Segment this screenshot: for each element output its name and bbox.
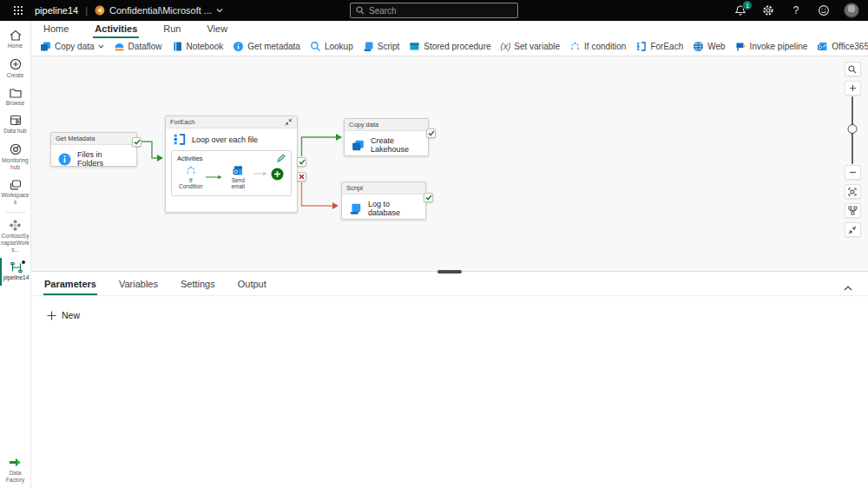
sidebar-item-workspaces[interactable]: Workspaces (0, 175, 31, 210)
tab-activities[interactable]: Activities (93, 22, 139, 38)
monitoring-hub-icon (9, 142, 23, 156)
user-avatar[interactable] (844, 3, 859, 18)
tab-parameters[interactable]: Parameters (43, 277, 97, 295)
auto-align-button[interactable] (845, 203, 861, 218)
foreach-activities-panel[interactable]: Activities If Condition Send email (171, 150, 292, 196)
toolbar-web[interactable]: Web (691, 40, 727, 53)
sidebar-item-home[interactable]: Home (0, 25, 31, 54)
outlook-icon (232, 165, 244, 176)
sidebar-item-pipeline14[interactable]: pipeline14 (0, 258, 31, 286)
sidebar-item-data-hub[interactable]: Data hub (0, 110, 31, 139)
tab-output[interactable]: Output (237, 277, 267, 295)
node-title: Loop over each file (192, 135, 258, 144)
inner-activity-if-condition[interactable]: If Condition (179, 165, 202, 190)
toolbar-set-variable[interactable]: (x) Set variable (499, 41, 562, 52)
node-type-label: Get Metadata (56, 135, 95, 142)
get-metadata-success-port[interactable] (132, 137, 141, 147)
plus-icon (47, 311, 56, 320)
panel-resize-handle[interactable] (437, 270, 462, 274)
workspace-avatar-icon (9, 219, 22, 232)
sidebar-divider (6, 212, 25, 213)
foreach-icon (173, 133, 186, 146)
sidebar-item-browse[interactable]: Browse (0, 83, 31, 111)
toolbar-lookup[interactable]: Lookup (308, 40, 355, 53)
copy-data-success-port[interactable] (426, 129, 436, 138)
sidebar-item-create[interactable]: Create (0, 54, 31, 83)
settings-gear-icon[interactable] (760, 3, 776, 18)
add-activity-button[interactable] (271, 168, 284, 181)
notebook-icon (172, 41, 183, 52)
inner-activity-send-email[interactable]: Send email (227, 165, 250, 190)
data-hub-icon (9, 114, 23, 127)
folder-icon (9, 87, 23, 99)
web-globe-icon (693, 41, 704, 52)
lookup-icon (310, 41, 321, 52)
get-metadata-icon (58, 153, 71, 166)
zoom-slider[interactable] (845, 96, 861, 164)
toolbar-script[interactable]: Script (361, 40, 402, 53)
toolbar-if-condition[interactable]: If condition (568, 40, 628, 53)
set-variable-icon: (x) (501, 42, 511, 51)
toolbar-notebook[interactable]: Notebook (170, 40, 226, 53)
node-type-label: ForEach (170, 118, 194, 126)
foreach-fail-port[interactable] (297, 172, 306, 181)
toolbar-office365-outlook[interactable]: Office365 Outlook (815, 40, 868, 53)
if-condition-icon (569, 41, 581, 52)
new-parameter-button[interactable]: New (47, 310, 80, 320)
toolbar-stored-procedure[interactable]: Stored procedure (407, 40, 492, 53)
node-title: Create Lakehouse (371, 136, 421, 154)
script-icon (349, 202, 362, 215)
node-script[interactable]: Script Log to database (341, 181, 426, 220)
node-copy-data[interactable]: Copy data Create Lakehouse (344, 118, 429, 156)
zoom-out-button[interactable] (845, 165, 861, 180)
chevron-up-icon[interactable] (840, 284, 856, 295)
search-input[interactable] (369, 6, 512, 16)
collapse-icon[interactable] (285, 118, 293, 126)
zoom-slider-knob[interactable] (848, 124, 858, 134)
tab-home[interactable]: Home (42, 22, 70, 38)
outlook-icon (817, 41, 828, 52)
title-divider: | (85, 5, 88, 16)
feedback-smiley-icon[interactable] (816, 3, 832, 18)
toolbar-copy-data[interactable]: Copy data (38, 40, 106, 53)
global-search[interactable] (350, 3, 518, 18)
help-icon[interactable] (788, 3, 804, 18)
toolbar-foreach[interactable]: ForEach (634, 40, 685, 53)
fit-to-screen-button[interactable] (845, 184, 861, 199)
foreach-icon (635, 41, 647, 52)
get-metadata-icon (233, 41, 244, 52)
node-get-metadata[interactable]: Get Metadata Files in Folders (50, 132, 137, 167)
notifications-bell-icon[interactable]: 1 (733, 3, 748, 18)
tab-settings[interactable]: Settings (180, 277, 216, 295)
node-title: Files in Folders (77, 150, 129, 168)
foreach-success-port[interactable] (297, 157, 306, 167)
sensitivity-label[interactable]: Confidential\Microsoft ... (95, 5, 223, 16)
sidebar-item-workspace-contoso[interactable]: ContosoSynapseWorks... (0, 215, 31, 257)
node-foreach[interactable]: ForEach Loop over each file Activities (165, 115, 298, 213)
toolbar-dataflow[interactable]: Dataflow (112, 40, 164, 53)
tab-view[interactable]: View (205, 22, 229, 38)
workspaces-icon (9, 179, 23, 191)
toolbar-invoke-pipeline[interactable]: Invoke pipeline (733, 40, 810, 53)
connector-lines (31, 56, 868, 271)
configuration-panel: Parameters Variables Settings Output New (31, 271, 868, 488)
toolbar-get-metadata[interactable]: Get metadata (231, 40, 302, 53)
collapse-panel-button[interactable] (845, 222, 861, 237)
tab-variables[interactable]: Variables (118, 277, 159, 295)
script-success-port[interactable] (424, 193, 433, 202)
sidebar-item-data-factory[interactable]: Data Factory (0, 452, 31, 488)
pipeline-canvas[interactable]: Get Metadata Files in Folders ForEach Lo… (31, 56, 868, 271)
app-launcher-icon[interactable] (9, 1, 28, 20)
notification-count-badge: 1 (742, 0, 753, 10)
edit-pencil-icon[interactable] (277, 154, 286, 162)
left-nav: Home Create Browse Data hub Monitoring h… (0, 21, 31, 488)
copy-data-icon (40, 41, 51, 52)
ribbon: Home Activities Run View Copy data Dataf… (31, 21, 868, 56)
sidebar-item-monitoring-hub[interactable]: Monitoring hub (0, 139, 31, 175)
zoom-search-button[interactable] (845, 62, 861, 76)
stored-procedure-icon (409, 41, 420, 52)
tab-run[interactable]: Run (161, 22, 182, 38)
if-condition-icon (185, 165, 197, 176)
zoom-in-button[interactable] (845, 81, 861, 96)
script-icon (363, 41, 374, 52)
